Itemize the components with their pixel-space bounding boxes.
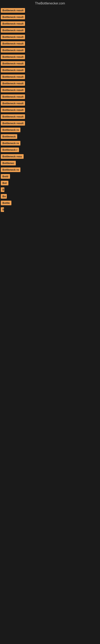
bottleneck-label[interactable]: Bottleneck resu xyxy=(1,154,24,159)
list-item: Bottleneck result xyxy=(1,114,100,120)
list-item: Bottleneck result xyxy=(1,8,100,14)
list-item: Bottleneck re xyxy=(1,140,100,147)
bottleneck-label[interactable]: Bottlenec xyxy=(1,161,16,166)
list-item: Bottleneck result xyxy=(1,107,100,114)
bottleneck-label[interactable]: Bottleneck result xyxy=(1,28,25,32)
bottleneck-label[interactable]: Bottleneck xyxy=(1,134,17,139)
list-item: Bottleneck result xyxy=(1,48,100,54)
bottleneck-label[interactable]: Bottleneck re xyxy=(1,128,20,132)
list-item: Bottleneck result xyxy=(1,81,100,87)
list-item: Bottleneck result xyxy=(1,100,100,107)
list-item: Bottleneck result xyxy=(1,34,100,40)
items-container: Bottleneck resultBottleneck resultBottle… xyxy=(0,7,100,214)
bottleneck-label[interactable]: Bottleneck result xyxy=(1,61,25,66)
site-title: TheBottlenecker.com xyxy=(0,0,100,7)
list-item: Bottleneck result xyxy=(1,61,100,67)
list-item: Bottleneck re xyxy=(1,167,100,173)
bottleneck-label[interactable]: B xyxy=(1,207,4,212)
bottleneck-label[interactable]: Bottleneck result xyxy=(1,101,25,106)
list-item: Bottl xyxy=(1,174,100,180)
list-item: Bottleneck result xyxy=(1,41,100,47)
bottleneck-label[interactable]: Bottleneck result xyxy=(1,21,25,26)
bottleneck-label[interactable]: Bottleneck re xyxy=(1,168,20,172)
list-item: Bottleneck xyxy=(1,134,100,140)
bottleneck-label[interactable]: Bottleneck result xyxy=(1,81,25,86)
bottleneck-label[interactable]: Bottleneck result xyxy=(1,68,25,72)
bottleneck-label[interactable]: Bottleneck result xyxy=(1,94,25,99)
bottleneck-label[interactable]: Bottleneck result xyxy=(1,34,25,39)
bottleneck-label[interactable]: Bottleneck result xyxy=(1,88,25,92)
list-item: Bottleneck r xyxy=(1,147,100,153)
list-item: Bottleneck result xyxy=(1,68,100,74)
bottleneck-label[interactable]: Bottleneck r xyxy=(1,148,19,152)
bottleneck-label[interactable]: Bottleneck result xyxy=(1,54,25,59)
bottleneck-label[interactable]: Bottleneck result xyxy=(1,74,25,79)
list-item: Bot xyxy=(1,180,100,186)
bottleneck-label[interactable]: B xyxy=(1,187,4,192)
bottleneck-label[interactable]: Bo xyxy=(1,194,7,199)
list-item: Bottlenec xyxy=(1,160,100,167)
bottleneck-label[interactable]: Bottleneck result xyxy=(1,48,25,52)
bottleneck-label[interactable]: Bottl xyxy=(1,174,10,179)
list-item: B xyxy=(1,187,100,193)
list-item: Bottleneck result xyxy=(1,94,100,100)
list-item: Bo xyxy=(1,194,100,200)
list-item: Bottle xyxy=(1,200,100,206)
bottleneck-label[interactable]: Bottleneck re xyxy=(1,141,20,146)
list-item: Bottleneck resu xyxy=(1,154,100,160)
bottleneck-label[interactable]: Bottle xyxy=(1,201,11,205)
bottleneck-label[interactable]: Bottleneck result xyxy=(1,114,25,119)
list-item: Bottleneck result xyxy=(1,14,100,20)
list-item: Bottleneck result xyxy=(1,21,100,27)
bottleneck-label[interactable]: Bottleneck result xyxy=(1,121,25,126)
list-item: Bottleneck re xyxy=(1,127,100,134)
list-item: Bottleneck result xyxy=(1,74,100,80)
bottleneck-label[interactable]: Bottleneck result xyxy=(1,15,25,19)
bottleneck-label[interactable]: Bottleneck result xyxy=(1,108,25,112)
list-item: B xyxy=(1,207,100,213)
list-item: Bottleneck result xyxy=(1,28,100,34)
list-item: Bottleneck result xyxy=(1,54,100,60)
bottleneck-label[interactable]: Bottleneck result xyxy=(1,8,25,13)
list-item: Bottleneck result xyxy=(1,87,100,94)
bottleneck-label[interactable]: Bot xyxy=(1,181,8,185)
bottleneck-label[interactable]: Bottleneck result xyxy=(1,41,25,46)
list-item: Bottleneck result xyxy=(1,120,100,127)
